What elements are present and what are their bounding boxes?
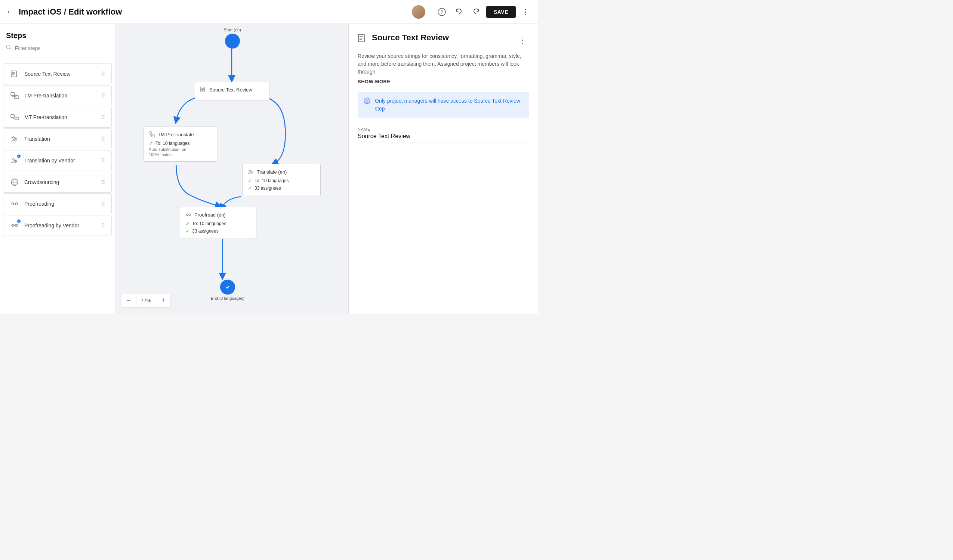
translate-card-header: 文 A Translate (en): [248, 169, 315, 175]
step-item-mt-pre-translation[interactable]: MT Pre-translation ⠿: [3, 107, 112, 128]
drag-handle[interactable]: ⠿: [101, 222, 106, 229]
drag-handle[interactable]: ⠿: [101, 201, 106, 207]
step-item-translation-by-vendor[interactable]: 文 A V Translation by Vendor ⠿: [3, 150, 112, 171]
step-label-translation-by-vendor: Translation by Vendor: [24, 158, 96, 164]
svg-line-3: [10, 48, 12, 50]
drag-handle[interactable]: ⠿: [101, 114, 106, 121]
proofreading-icon: [9, 199, 20, 209]
svg-text:i: i: [366, 99, 367, 104]
source-text-review-icon: [9, 69, 20, 79]
step-label-mt-pre-translation: MT Pre-translation: [24, 114, 96, 120]
svg-point-14: [14, 115, 16, 116]
end-circle: [220, 280, 235, 295]
svg-text:A: A: [15, 159, 17, 163]
info-box: i Only project managers will have access…: [358, 92, 529, 118]
page-title: Impact iOS / Edit workflow: [19, 7, 412, 17]
proofread-to-row: ✓ To: 10 languages: [185, 221, 251, 227]
translate-to-row: ✓ To: 10 languages: [248, 178, 315, 184]
step-label-proofreading-by-vendor: Proofreading by Vendor: [24, 223, 96, 229]
step-label-tm-pre-translation: TM Pre-translation: [24, 93, 96, 99]
tm-pre-translate-card[interactable]: TM Pre-translate ✓ To: 10 languages Auto…: [143, 127, 218, 162]
start-circle: [225, 34, 240, 48]
main-content: Steps: [0, 24, 538, 314]
svg-point-26: [16, 224, 17, 227]
start-node[interactable]: Start (en): [224, 28, 241, 48]
step-label-crowdsourcing: Crowdsourcing: [24, 179, 96, 185]
svg-rect-36: [149, 132, 152, 134]
zoom-level: 77%: [136, 295, 156, 306]
source-text-review-card[interactable]: Source Text Review: [195, 82, 270, 101]
panel-more-button[interactable]: ⋮: [516, 33, 529, 48]
name-field: Name Source Text Review: [358, 127, 529, 143]
translate-card[interactable]: 文 A Translate (en) ✓ To: 10 languages ✓ …: [242, 164, 321, 196]
panel-title: Source Text Review: [372, 33, 516, 43]
svg-point-28: [230, 77, 234, 80]
step-item-source-text-review[interactable]: Source Text Review ⠿: [3, 63, 112, 84]
source-text-review-card-header: Source Text Review: [200, 87, 264, 93]
app-header: ← Impact iOS / Edit workflow ? SAVE: [0, 0, 538, 24]
step-item-tm-pre-translation[interactable]: TM Pre-translation ⠿: [3, 85, 112, 106]
more-icon: ⋮: [522, 8, 529, 16]
drag-handle[interactable]: ⠿: [101, 71, 106, 78]
svg-text:A: A: [15, 137, 17, 141]
name-field-label: Name: [358, 127, 529, 131]
sidebar-header: Steps: [0, 24, 115, 60]
svg-text:A: A: [251, 171, 253, 174]
save-button[interactable]: SAVE: [486, 6, 516, 18]
svg-point-43: [189, 214, 191, 216]
step-item-proofreading-by-vendor[interactable]: V Proofreading by Vendor ⠿: [3, 215, 112, 236]
search-box: [6, 45, 109, 55]
svg-point-23: [16, 203, 17, 205]
info-icon: i: [364, 97, 370, 106]
more-options-button[interactable]: ⋮: [519, 5, 532, 19]
drag-handle[interactable]: ⠿: [101, 179, 106, 186]
name-field-value[interactable]: Source Text Review: [358, 133, 529, 143]
info-message: Only project managers will have access t…: [375, 97, 523, 113]
translation-by-vendor-icon: 文 A V: [9, 155, 20, 166]
svg-rect-8: [11, 93, 15, 96]
redo-button[interactable]: [469, 5, 483, 19]
avatar[interactable]: [412, 5, 425, 19]
start-label: Start (en): [224, 28, 241, 32]
step-item-crowdsourcing[interactable]: Crowdsourcing ⠿: [3, 172, 112, 193]
svg-point-42: [186, 214, 188, 216]
svg-rect-12: [11, 114, 14, 117]
crowdsourcing-icon: [9, 177, 20, 187]
end-node[interactable]: End (3 languages): [211, 280, 244, 300]
tm-to-row: ✓ To: 10 languages: [149, 140, 212, 146]
svg-text:?: ?: [440, 9, 443, 15]
header-actions: ? SAVE ⋮: [412, 5, 532, 19]
svg-point-22: [12, 203, 14, 205]
panel-description: Review your source strings for consisten…: [358, 52, 529, 76]
header-divider: [430, 6, 430, 18]
step-item-proofreading[interactable]: Proofreading ⠿: [3, 193, 112, 214]
search-input[interactable]: [15, 45, 109, 51]
workflow-canvas[interactable]: Start (en) Source Text Review: [115, 24, 348, 314]
step-label-translation: Translation: [24, 136, 96, 142]
back-button[interactable]: ←: [6, 8, 14, 16]
drag-handle[interactable]: ⠿: [101, 136, 106, 142]
sidebar-title: Steps: [6, 31, 109, 40]
drag-handle[interactable]: ⠿: [101, 92, 106, 99]
end-label: End (3 languages): [211, 296, 244, 300]
panel-step-icon: [358, 34, 367, 46]
proofread-card-header: Proofread (en): [185, 212, 251, 218]
zoom-controls: − 77% +: [121, 293, 171, 308]
zoom-out-button[interactable]: −: [121, 294, 136, 307]
drag-handle[interactable]: ⠿: [101, 157, 106, 164]
svg-rect-4: [11, 71, 16, 77]
undo-button[interactable]: [452, 5, 466, 19]
translation-icon: 文 A: [9, 134, 20, 144]
show-more-button[interactable]: SHOW MORE: [358, 79, 529, 84]
step-label-source-text-review: Source Text Review: [24, 71, 96, 77]
translate-assignees-row: ✓ 33 assignees: [248, 185, 315, 191]
help-button[interactable]: ?: [435, 5, 449, 19]
proofread-assignees-row: ✓ 33 assignees: [185, 228, 251, 234]
svg-rect-13: [15, 117, 18, 120]
proofread-card[interactable]: Proofread (en) ✓ To: 10 languages ✓ 33 a…: [180, 207, 256, 239]
tm-auto-row: Auto-substitution: on: [149, 147, 212, 152]
step-item-translation[interactable]: 文 A Translation ⠿: [3, 128, 112, 149]
step-label-proofreading: Proofreading: [24, 201, 96, 207]
zoom-in-button[interactable]: +: [156, 294, 171, 307]
search-icon: [6, 45, 12, 52]
